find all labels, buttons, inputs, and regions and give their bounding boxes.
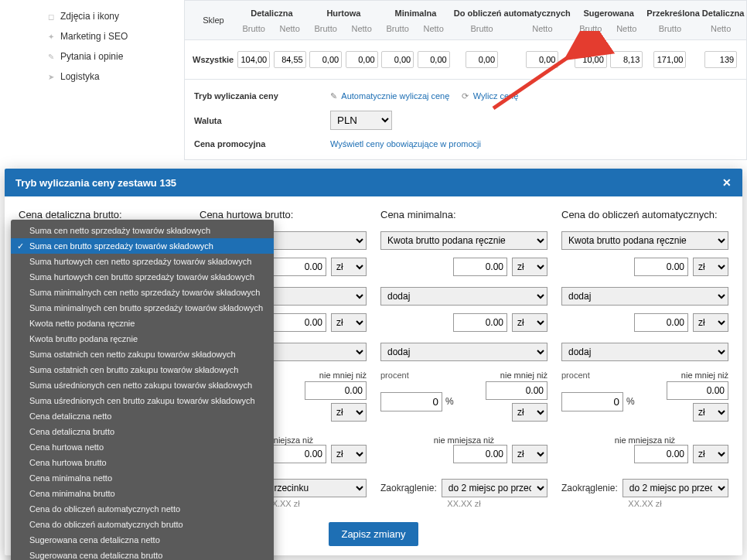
- sidebar-item-label: Logistyka: [60, 71, 100, 82]
- min-amount-input[interactable]: [486, 381, 547, 400]
- bullet-icon: ✎: [48, 53, 54, 61]
- sidebar-item-logistics[interactable]: ➤Logistyka: [31, 67, 178, 87]
- operation-select[interactable]: dodaj: [561, 343, 728, 361]
- amount-input[interactable]: [634, 313, 688, 332]
- sub-netto: Netto: [271, 21, 308, 40]
- not-less-than-label: nie mniejsza niż: [380, 435, 547, 445]
- dropdown-option[interactable]: Suma uśrednionych cen netto zakupu towar…: [11, 377, 274, 393]
- price-cell-input[interactable]: [575, 51, 607, 68]
- amount-input[interactable]: [634, 258, 688, 276]
- min-amount-input[interactable]: [305, 381, 367, 400]
- price-cell-input[interactable]: [346, 51, 378, 68]
- sub-netto: Netto: [695, 21, 746, 40]
- currency-select[interactable]: PLN: [330, 111, 392, 130]
- operation-select[interactable]: dodaj: [380, 287, 547, 306]
- auto-calc-link[interactable]: Automatycznie wyliczaj cenę: [341, 91, 449, 101]
- dropdown-option[interactable]: Suma ostatnich cen brutto zakupu towarów…: [11, 362, 274, 377]
- dropdown-option[interactable]: Cena minimalna netto: [11, 470, 274, 486]
- unit-select[interactable]: zł: [512, 445, 547, 463]
- sidebar-item-label: Pytania i opinie: [60, 51, 123, 62]
- unit-select[interactable]: zł: [512, 403, 547, 422]
- price-cell-input[interactable]: [466, 51, 498, 68]
- unit-select[interactable]: zł: [693, 403, 728, 422]
- col-title: Cena do obliczeń automatycznych:: [561, 209, 728, 220]
- dropdown-option[interactable]: Cena detaliczna netto: [11, 408, 274, 424]
- rounding-select[interactable]: do 2 miejsc po przecinku: [622, 479, 728, 497]
- price-cell-input[interactable]: [610, 51, 643, 68]
- min-total-input[interactable]: [634, 445, 688, 463]
- unit-select[interactable]: zł: [693, 258, 728, 276]
- price-cell-input[interactable]: [381, 51, 414, 68]
- sub-brutto: Brutto: [308, 21, 344, 40]
- sub-netto: Netto: [343, 21, 380, 40]
- dropdown-option[interactable]: Cena minimalna brutto: [11, 486, 274, 501]
- price-cell-input[interactable]: [418, 51, 450, 68]
- dropdown-option[interactable]: Suma cen brutto sprzedaży towarów składo…: [11, 238, 274, 254]
- unit-select[interactable]: zł: [512, 258, 547, 276]
- close-icon[interactable]: ✕: [722, 176, 732, 189]
- sidebar: ◻Zdjęcia i ikony ✦Marketing i SEO ✎Pytan…: [31, 6, 178, 87]
- min-total-input[interactable]: [272, 445, 326, 463]
- min-amount-input[interactable]: [667, 381, 728, 400]
- amount-input[interactable]: [453, 313, 507, 332]
- price-cell-input[interactable]: [274, 51, 306, 68]
- unit-select[interactable]: zł: [331, 258, 367, 276]
- dropdown-option[interactable]: Sugerowana cena detaliczna brutto: [11, 548, 274, 560]
- amount-input[interactable]: [272, 313, 326, 332]
- price-cell-input[interactable]: [526, 51, 558, 68]
- dropdown-option[interactable]: Cena hurtowa brutto: [11, 455, 274, 470]
- amount-input[interactable]: [453, 258, 507, 276]
- unit-select[interactable]: zł: [331, 403, 367, 422]
- sidebar-item-images[interactable]: ◻Zdjęcia i ikony: [31, 6, 178, 26]
- sidebar-item-questions[interactable]: ✎Pytania i opinie: [31, 46, 178, 67]
- sub-brutto: Brutto: [573, 21, 609, 40]
- unit-select[interactable]: zł: [512, 313, 547, 332]
- dropdown-option[interactable]: Suma cen netto sprzedaży towarów składow…: [11, 223, 274, 238]
- promo-link[interactable]: Wyświetl ceny obowiązujące w promocji: [330, 139, 481, 149]
- bullet-icon: ➤: [48, 73, 54, 81]
- bullet-icon: ◻: [48, 12, 54, 21]
- percent-input[interactable]: [380, 392, 442, 411]
- col-title: Cena detaliczna brutto:: [19, 209, 186, 220]
- dropdown-option[interactable]: Suma hurtowych cen netto sprzedaży towar…: [11, 254, 274, 269]
- min-total-input[interactable]: [453, 445, 507, 463]
- col-title: Cena hurtowa brutto:: [200, 209, 367, 220]
- price-cell-input[interactable]: [309, 51, 342, 68]
- sub-brutto: Brutto: [452, 21, 512, 40]
- dropdown-option[interactable]: Cena do obliczeń automatycznych brutto: [11, 517, 274, 532]
- dropdown-option[interactable]: Kwota netto podana ręcznie: [11, 316, 274, 331]
- amount-input[interactable]: [272, 258, 326, 276]
- percent-input[interactable]: [561, 392, 623, 411]
- dropdown-option[interactable]: Suma minimalnych cen brutto sprzedaży to…: [11, 300, 274, 316]
- unit-select[interactable]: zł: [693, 313, 728, 332]
- price-cell-input[interactable]: [653, 51, 686, 68]
- price-base-dropdown[interactable]: Suma cen netto sprzedaży towarów składow…: [11, 220, 274, 560]
- dropdown-option[interactable]: Suma hurtowych cen brutto sprzedaży towa…: [11, 269, 274, 285]
- dropdown-option[interactable]: Suma ostatnich cen netto zakupu towarów …: [11, 347, 274, 362]
- base-select[interactable]: Kwota brutto podana ręcznie: [380, 231, 547, 250]
- meta-row-promo: Cena promocyjna Wyświetl ceny obowiązują…: [194, 135, 737, 153]
- rounding-select[interactable]: do 2 miejsc po przecinku: [442, 479, 547, 497]
- rounding-label: Zaokrąglenie:: [561, 483, 618, 493]
- dropdown-option[interactable]: Suma minimalnych cen netto sprzedaży tow…: [11, 285, 274, 300]
- unit-select[interactable]: zł: [331, 445, 367, 463]
- shop-header: Sklep: [185, 1, 236, 40]
- save-button[interactable]: Zapisz zmiany: [329, 522, 418, 546]
- dropdown-option[interactable]: Cena hurtowa netto: [11, 439, 274, 455]
- dropdown-option[interactable]: Kwota brutto podana ręcznie: [11, 331, 274, 347]
- calc-price-link[interactable]: Wylicz cenę: [473, 91, 519, 101]
- dropdown-option[interactable]: Cena do obliczeń automatycznych netto: [11, 501, 274, 517]
- operation-select[interactable]: dodaj: [561, 287, 728, 306]
- price-cell-input[interactable]: [704, 51, 737, 68]
- sidebar-item-label: Marketing i SEO: [60, 31, 128, 42]
- dropdown-option[interactable]: Suma uśrednionych cen brutto zakupu towa…: [11, 393, 274, 408]
- operation-select[interactable]: dodaj: [380, 343, 547, 361]
- sidebar-item-marketing[interactable]: ✦Marketing i SEO: [31, 26, 178, 46]
- unit-select[interactable]: zł: [693, 445, 728, 463]
- price-cell-input[interactable]: [237, 51, 270, 68]
- dropdown-option[interactable]: Cena detaliczna brutto: [11, 424, 274, 439]
- unit-select[interactable]: zł: [331, 313, 367, 332]
- dropdown-option[interactable]: Sugerowana cena detaliczna netto: [11, 532, 274, 548]
- base-select[interactable]: Kwota brutto podana ręcznie: [561, 231, 728, 250]
- bullet-icon: ✦: [48, 32, 54, 41]
